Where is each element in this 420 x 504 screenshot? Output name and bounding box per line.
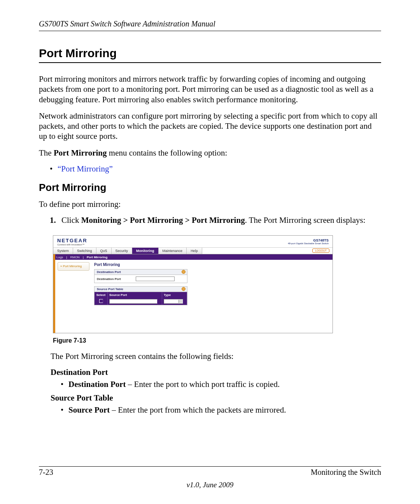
bullet-icon: • bbox=[61, 405, 68, 415]
th-source-port: Source Port bbox=[108, 292, 162, 298]
dest-box-header-text: Destination Port bbox=[97, 270, 121, 274]
panel-title: Port Mirroring bbox=[94, 262, 120, 267]
after-figure-p: The Port Mirroring screen contains the f… bbox=[51, 351, 381, 361]
model-label: GS748TS bbox=[288, 238, 329, 242]
model-sub: 48-port Gigabit Stackable Smart Switch bbox=[288, 242, 329, 245]
help-icon[interactable] bbox=[182, 270, 186, 274]
p3-suffix: menu contains the following option: bbox=[107, 148, 228, 158]
dest-port-heading: Destination Port bbox=[51, 368, 381, 377]
src-port-bullet-bold: Source Port bbox=[68, 405, 110, 415]
figure-caption: Figure 7-13 bbox=[53, 337, 381, 344]
help-icon[interactable] bbox=[182, 287, 186, 291]
step1-bold: Monitoring > Port Mirroring > Port Mirro… bbox=[81, 215, 245, 225]
manual-header: GS700TS Smart Switch Software Administra… bbox=[39, 19, 381, 31]
p3-bold: Port Mirroring bbox=[54, 148, 107, 158]
tab-monitoring[interactable]: Monitoring bbox=[132, 248, 159, 254]
subsection-intro: To define port mirroring: bbox=[39, 199, 381, 209]
tab-help[interactable]: Help bbox=[187, 248, 202, 254]
th-type: Type bbox=[162, 292, 187, 298]
page-number: 7-23 bbox=[39, 468, 53, 477]
row-checkbox[interactable] bbox=[99, 299, 103, 303]
link-port-mirroring[interactable]: “Port Mirroring” bbox=[58, 164, 113, 174]
th-select: Select bbox=[94, 292, 108, 298]
tab-maintenance[interactable]: Maintenance bbox=[159, 248, 187, 254]
chapter-name: Monitoring the Switch bbox=[311, 468, 381, 477]
p3-prefix: The bbox=[39, 148, 54, 158]
dest-port-bullet-bold: Destination Port bbox=[68, 380, 126, 389]
subtab-sep: | bbox=[83, 256, 84, 259]
tab-switching[interactable]: Switching bbox=[73, 248, 96, 254]
source-port-input[interactable] bbox=[109, 299, 158, 304]
subtab-port-mirroring[interactable]: Port Mirroring bbox=[87, 256, 107, 259]
logout-button[interactable]: LOGOUT bbox=[312, 248, 329, 253]
dest-box-header: Destination Port bbox=[94, 270, 187, 275]
step-1-text: Click Monitoring > Port Mirroring > Port… bbox=[61, 215, 366, 225]
source-port-table-box: Source Port Table Select Source Port Typ… bbox=[94, 286, 187, 305]
section-heading: Port Mirroring bbox=[39, 47, 381, 63]
dest-port-label: Destination Port bbox=[97, 277, 136, 281]
src-box-header: Source Port Table bbox=[94, 287, 187, 292]
tab-system[interactable]: System bbox=[53, 248, 73, 254]
step1-suffix: . The Port Mirroring screen displays: bbox=[245, 215, 366, 225]
subtab-sep: | bbox=[66, 256, 67, 259]
destination-port-box: Destination Port Destination Port bbox=[94, 269, 187, 283]
src-port-bullet-rest: – Enter the port from which the packets … bbox=[110, 405, 286, 415]
subtab-rmon[interactable]: RMON bbox=[70, 256, 79, 259]
netgear-tagline: Connect with Innovation™ bbox=[57, 243, 88, 246]
dest-port-bullet: Destination Port – Enter the port to whi… bbox=[68, 380, 280, 389]
type-dropdown[interactable] bbox=[164, 299, 183, 304]
bullet-icon: • bbox=[61, 380, 68, 389]
src-port-heading: Source Port Table bbox=[51, 393, 381, 403]
subtab-logs[interactable]: Logs bbox=[56, 256, 63, 259]
main-tabs: System Switching QoS Security Monitoring… bbox=[53, 247, 332, 254]
footer-rule bbox=[39, 466, 381, 467]
paragraph-2: Network administrators can configure por… bbox=[39, 111, 381, 142]
tab-security[interactable]: Security bbox=[112, 248, 133, 254]
paragraph-1: Port mirroring monitors and mirrors netw… bbox=[39, 74, 381, 105]
src-port-bullet: Source Port – Enter the port from which … bbox=[68, 405, 286, 415]
figure-screenshot: NETGEAR Connect with Innovation™ GS748TS… bbox=[53, 235, 381, 333]
doc-version: v1.0, June 2009 bbox=[0, 481, 420, 489]
step-number: 1. bbox=[50, 215, 61, 225]
paragraph-3: The Port Mirroring menu contains the fol… bbox=[39, 148, 381, 158]
bullet-icon: • bbox=[50, 164, 58, 174]
sidebar-item-port-mirroring[interactable]: » Port Mirroring bbox=[58, 262, 89, 271]
src-box-header-text: Source Port Table bbox=[97, 287, 123, 291]
subsection-heading: Port Mirroring bbox=[39, 182, 381, 194]
netgear-logo: NETGEAR bbox=[57, 238, 88, 243]
dest-port-input[interactable] bbox=[136, 276, 175, 281]
tab-qos[interactable]: QoS bbox=[96, 248, 112, 254]
dest-port-bullet-rest: – Enter the port to which port traffic i… bbox=[126, 380, 280, 389]
step1-prefix: Click bbox=[61, 215, 81, 225]
